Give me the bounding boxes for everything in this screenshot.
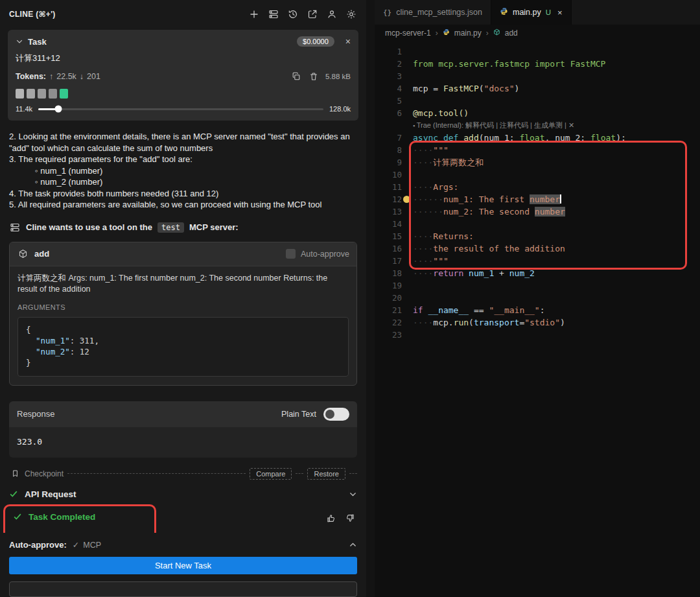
context-block — [38, 89, 46, 99]
restore-button[interactable]: Restore — [307, 468, 345, 480]
settings-gear-icon[interactable] — [345, 8, 357, 20]
context-block — [27, 89, 35, 99]
task-prompt: 计算311+12 — [16, 53, 351, 64]
editor-tabs: {} cline_mcp_settings.json main.py U × — [375, 0, 700, 25]
breadcrumb-folder[interactable]: mcp-server-1 — [385, 29, 431, 38]
reasoning-item: 2. Looking at the environment details, t… — [9, 131, 357, 154]
context-max: 128.0k — [329, 105, 351, 113]
tool-name: add — [34, 249, 49, 259]
reasoning-item: 3. The required parameters for the "add"… — [9, 154, 357, 165]
reasoning-item: ◦ num_2 (number) — [9, 176, 357, 188]
code-line: 7async def add(num_1: float, num_2: floa… — [375, 132, 700, 144]
breadcrumb-symbol[interactable]: add — [505, 29, 518, 38]
line-number: 15 — [375, 230, 402, 242]
task-close-icon[interactable]: × — [345, 37, 351, 46]
python-icon — [443, 29, 450, 38]
delete-icon[interactable] — [308, 71, 320, 82]
app: CLINE (⌘+') Task $0.0000 × 计算311+12 Toke… — [0, 0, 700, 597]
context-slider-knob[interactable] — [54, 106, 62, 113]
auto-approve-label: Auto-approve — [301, 250, 349, 259]
context-slider-row: 11.4k 128.0k — [16, 105, 351, 113]
task-completed-result: The sum of 311 and 12 is 323 — [13, 532, 146, 533]
tool-cube-icon — [17, 248, 29, 260]
inline-hint-text[interactable]: Trae (Internal): 解释代码 | 注释代码 | 生成单测 | ✕ — [417, 121, 575, 129]
code-line: 13······num_2: The second number — [375, 205, 700, 218]
conversation-scroll: 2. Looking at the environment details, t… — [0, 126, 366, 533]
context-blocks — [16, 89, 351, 99]
line-number: 19 — [375, 279, 402, 292]
git-status-badge: U — [546, 8, 551, 16]
chat-input[interactable] — [9, 581, 357, 597]
auto-approve-row[interactable]: Auto-approve: ✓ MCP — [9, 535, 357, 557]
code-editor: {} cline_mcp_settings.json main.py U × m… — [375, 0, 700, 597]
line-number: 21 — [375, 304, 402, 316]
tab-main-py[interactable]: main.py U × — [491, 0, 572, 25]
line-number: 18 — [375, 267, 402, 279]
code-line: 18····return num_1 + num_2 — [375, 267, 700, 279]
context-slider-track[interactable] — [38, 108, 323, 110]
tokens-row: Tokens: ↑ 22.5k ↓ 201 5.88 kB — [16, 71, 351, 82]
response-title: Response — [17, 409, 55, 419]
auto-approve-footer-label: Auto-approve: — [9, 540, 67, 550]
sidebar-title: CLINE (⌘+') — [9, 10, 56, 19]
line-number: 13 — [375, 205, 402, 218]
mcp-server-icon — [9, 222, 21, 233]
copy-icon[interactable] — [290, 71, 302, 82]
argument-line: "num_1": 311, — [26, 335, 340, 346]
tab-close-icon[interactable]: × — [557, 8, 563, 18]
sidebar-header-icons — [248, 8, 357, 20]
argument-line: "num_2": 12 — [26, 346, 340, 357]
line-number: 11 — [375, 181, 402, 193]
server-name-badge: test — [158, 222, 184, 233]
start-new-task-button[interactable]: Start New Task — [9, 557, 357, 574]
tool-request-prefix: Cline wants to use a tool on the — [26, 222, 152, 232]
checkpoint-label: Checkpoint — [25, 469, 64, 478]
tool-description: 计算两数之和 Args: num_1: The first number num… — [18, 273, 349, 295]
line-number: 16 — [375, 242, 402, 255]
inline-hint-row: ▪ Trae (Internal): 解释代码 | 注释代码 | 生成单测 | … — [375, 119, 700, 132]
code-line: 6@mcp.tool() — [375, 107, 700, 119]
plain-text-label: Plain Text — [281, 410, 316, 419]
breadcrumb-file[interactable]: main.py — [454, 29, 482, 38]
tab-cline-mcp-settings[interactable]: {} cline_mcp_settings.json — [375, 0, 491, 25]
cline-sidebar: CLINE (⌘+') Task $0.0000 × 计算311+12 Toke… — [0, 0, 366, 597]
line-number: 10 — [375, 169, 402, 181]
new-task-icon[interactable] — [248, 8, 260, 20]
history-icon[interactable] — [287, 8, 299, 20]
thumbs-down-icon[interactable] — [344, 513, 356, 524]
breadcrumb-separator: › — [436, 29, 438, 38]
account-icon[interactable] — [326, 8, 338, 20]
open-in-editor-icon[interactable] — [307, 8, 318, 20]
code-line: 21if __name__ == "__main__": — [375, 304, 700, 316]
mcp-servers-icon[interactable] — [268, 8, 279, 20]
chevron-up-icon[interactable] — [349, 541, 357, 549]
argument-line: } — [26, 357, 340, 368]
auto-approve-checkbox[interactable] — [286, 249, 296, 259]
auto-approve-footer-value: MCP — [83, 541, 101, 550]
code-line: 9····计算两数之和 — [375, 156, 700, 169]
code-line: 1 — [375, 45, 700, 58]
python-icon — [500, 7, 508, 18]
code-line: 19 — [375, 279, 700, 292]
lightbulb-icon[interactable] — [403, 196, 410, 203]
line-number: 7 — [375, 132, 402, 144]
reasoning-list: 2. Looking at the environment details, t… — [9, 131, 357, 211]
cache-size: 5.88 kB — [325, 73, 351, 80]
api-request-row[interactable]: API Request — [9, 489, 357, 499]
task-completed-label: Task Completed — [29, 512, 95, 522]
code-line: 10 — [375, 169, 700, 181]
arrow-up-icon: ↑ — [49, 72, 53, 81]
panel-divider[interactable] — [366, 0, 375, 597]
compare-button[interactable]: Compare — [250, 468, 292, 480]
check-icon: ✓ — [73, 540, 79, 550]
thumbs-up-icon[interactable] — [325, 513, 336, 524]
chevron-down-icon[interactable] — [349, 490, 357, 498]
code-line: 16····the result of the addition — [375, 242, 700, 255]
line-number — [375, 119, 402, 132]
context-block — [49, 89, 57, 99]
task-collapse-chevron-icon[interactable] — [16, 38, 23, 45]
code-line: 11····Args: — [375, 181, 700, 193]
line-number: 1 — [375, 45, 402, 58]
plain-text-toggle[interactable] — [323, 408, 349, 421]
reasoning-item: ◦ num_1 (number) — [9, 165, 357, 177]
